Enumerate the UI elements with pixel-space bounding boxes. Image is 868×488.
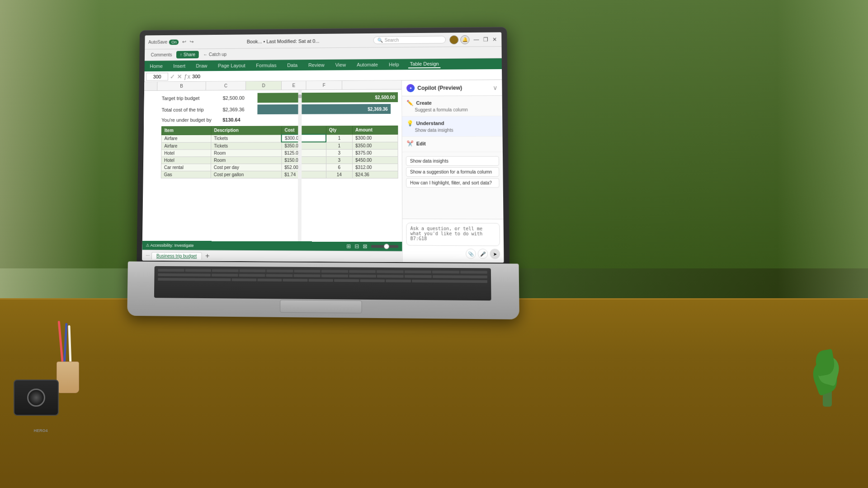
cell-cost[interactable]: $350.00: [282, 142, 326, 150]
key: [412, 280, 487, 283]
page-view-button[interactable]: ⊟: [354, 243, 359, 249]
add-sheet-button[interactable]: +: [203, 252, 211, 260]
restore-button[interactable]: ❐: [482, 36, 489, 42]
under-budget-label: You're under budget by: [161, 117, 219, 122]
cell-qty: 14: [326, 171, 353, 178]
vertical-scroll-thumb[interactable]: [298, 94, 302, 98]
understand-title: Understand: [416, 121, 444, 126]
col-header-e[interactable]: E: [282, 81, 307, 89]
normal-view-button[interactable]: ⊞: [346, 243, 351, 249]
autosave-toggle[interactable]: On: [169, 39, 179, 45]
col-header-b[interactable]: B: [157, 82, 206, 90]
key: [239, 274, 265, 277]
ribbon-tab-insert[interactable]: Insert: [171, 62, 187, 70]
ribbon-tab-draw[interactable]: Draw: [194, 62, 209, 70]
laptop-screen-outer: AutoSave On ↩ ↪ Book... • Last Modified:…: [137, 27, 509, 268]
total-cost-label: Total cost of the trip: [161, 107, 219, 113]
share-button[interactable]: ↑ Share: [176, 51, 199, 58]
copilot-create-section: ✏️ Create Suggest a formula column: [402, 96, 502, 117]
cell-cost[interactable]: $300.00: [282, 134, 326, 142]
ribbon-tab-home[interactable]: Home: [148, 62, 164, 70]
cell-item: Gas: [161, 171, 211, 178]
suggestion-formula-column[interactable]: Show a suggestion for a formula column: [406, 167, 499, 177]
ribbon-tab-formulas[interactable]: Formulas: [254, 62, 278, 69]
camera-brand-label: HERO4: [14, 428, 68, 433]
cell-amount: $300.00: [353, 134, 398, 142]
cell-cost[interactable]: $1.74: [282, 171, 326, 178]
formula-bar-separator: ✓ ✕ ƒx: [170, 73, 191, 80]
understand-description: Show data insights: [407, 127, 498, 133]
send-button[interactable]: ➤: [490, 249, 500, 259]
copilot-input[interactable]: Ask a question, or tell me what you'd li…: [406, 223, 500, 246]
redo-button[interactable]: ↪: [190, 39, 194, 45]
formula-input[interactable]: [192, 72, 500, 79]
col-header-d[interactable]: D: [246, 81, 282, 90]
action-camera: HERO4: [14, 380, 68, 425]
ribbon-tab-help[interactable]: Help: [387, 61, 401, 68]
table-row[interactable]: Car rental Cost per day $52.00 6 $312.00: [161, 164, 398, 171]
table-row[interactable]: Hotel Room $125.00 3 $375.00: [161, 149, 398, 157]
total-cost-bar: $2,369.36: [257, 104, 398, 114]
col-qty-header: Qty: [326, 126, 352, 135]
table-row[interactable]: Gas Cost per gallon $1.74 14 $24.36: [161, 171, 398, 178]
notification-icon[interactable]: 🔔: [460, 35, 469, 44]
user-avatar[interactable]: [449, 35, 458, 44]
accessibility-status: ⚠ Accessibility: Investigate: [146, 243, 194, 248]
laptop-trackpad[interactable]: [280, 300, 362, 313]
copilot-understand-header: 💡 Understand: [406, 120, 498, 127]
ribbon-tab-tabledesign[interactable]: Table Design: [408, 60, 441, 68]
comments-button[interactable]: Comments: [148, 52, 175, 58]
key: [321, 274, 348, 277]
catchup-button[interactable]: ← Catch up: [201, 51, 230, 58]
suggestion-highlight-filter[interactable]: How can I highlight, filter, and sort da…: [406, 178, 500, 188]
ribbon-tab-view[interactable]: View: [334, 61, 348, 68]
excel-application: AutoSave On ↩ ↪ Book... • Last Modified:…: [142, 32, 504, 263]
microphone-icon[interactable]: 🎤: [478, 249, 488, 259]
key: [349, 270, 376, 273]
autosave-label: AutoSave: [148, 40, 167, 45]
search-box[interactable]: 🔍 Search: [373, 36, 446, 44]
preview-view-button[interactable]: ⊠: [363, 243, 367, 249]
copilot-close-button[interactable]: ∨: [493, 84, 497, 91]
autosave-area: AutoSave On: [148, 39, 179, 45]
create-description: Suggest a formula column: [406, 107, 498, 113]
scroll-nav-left[interactable]: ⋯: [146, 253, 150, 258]
attachment-icon[interactable]: 📎: [466, 249, 476, 259]
cell-description: Room: [211, 150, 282, 157]
zoom-slider[interactable]: [371, 245, 399, 248]
window-controls: — ❐ ✕: [473, 36, 498, 42]
ribbon-tab-pagelayout[interactable]: Page Layout: [216, 62, 247, 69]
sheet-area: B C D E F Target trip budget $2,500.00: [142, 80, 402, 262]
desk-surface: HERO4: [0, 298, 868, 488]
vertical-scrollbar[interactable]: [298, 90, 302, 250]
col-header-c[interactable]: C: [206, 81, 246, 90]
cell-cost[interactable]: $125.00: [282, 150, 326, 157]
ribbon-tab-data[interactable]: Data: [285, 61, 299, 69]
minimize-button[interactable]: —: [473, 36, 480, 42]
cell-reference-input[interactable]: [146, 72, 168, 80]
key: [158, 269, 184, 272]
close-button[interactable]: ✕: [491, 36, 498, 42]
zoom-slider-thumb[interactable]: [384, 244, 389, 249]
table-row[interactable]: Airfare Tickets $300.00 1 $300.00: [161, 134, 398, 142]
search-placeholder-text: Search: [385, 38, 399, 42]
ribbon-tab-review[interactable]: Review: [307, 61, 326, 69]
budget-summary-section: Target trip budget $2,500.00 $2,500.00: [144, 89, 401, 126]
cell-cost[interactable]: $52.00: [282, 164, 326, 171]
cell-cost[interactable]: $150.00: [282, 157, 326, 164]
key: [360, 279, 385, 282]
ribbon-tab-automate[interactable]: Automate: [355, 61, 380, 68]
table-row[interactable]: Airfare Tickets $350.00 1 $350.00: [161, 142, 398, 150]
suggestion-show-data[interactable]: Show data insights: [406, 156, 499, 166]
key: [212, 269, 238, 272]
col-header-f[interactable]: F: [306, 81, 342, 89]
col-amount-header: Amount: [353, 126, 398, 134]
cell-qty: 3: [326, 150, 352, 157]
table-row[interactable]: Hotel Room $150.00 3 $450.00: [161, 156, 398, 164]
cell-amount: $450.00: [353, 156, 398, 164]
sheet-tab-business[interactable]: Business trip budget: [151, 252, 202, 259]
key: [377, 270, 403, 273]
cell-amount: $350.00: [353, 142, 398, 150]
undo-button[interactable]: ↩: [182, 39, 186, 45]
key: [266, 274, 293, 277]
